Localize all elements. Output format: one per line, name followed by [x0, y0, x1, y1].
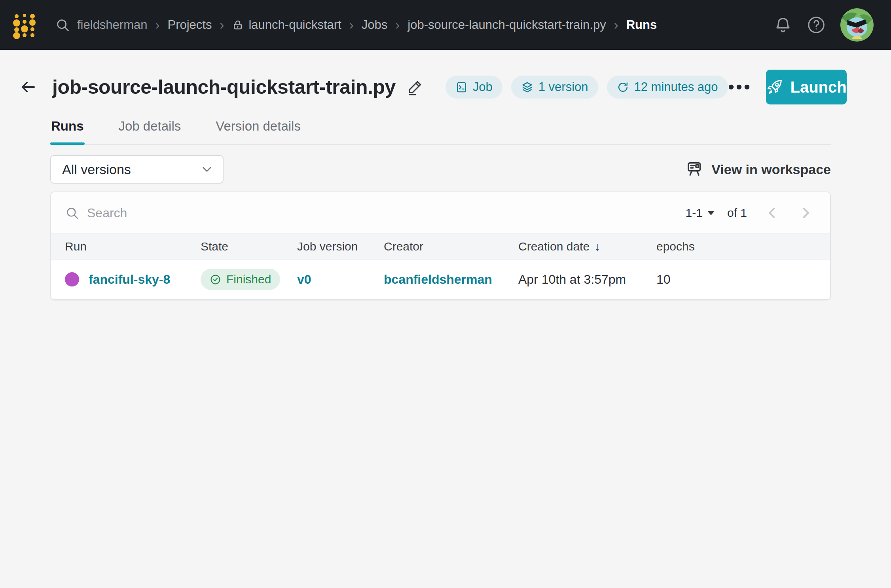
- status-badge: Finished: [201, 269, 280, 290]
- run-color-dot: [65, 272, 79, 286]
- help-icon[interactable]: [807, 16, 825, 34]
- run-cell: fanciful-sky-8: [65, 272, 201, 287]
- view-in-workspace-button[interactable]: View in workspace: [686, 160, 831, 178]
- lock-icon: [232, 19, 244, 31]
- creation-date-label: Creation date: [518, 240, 590, 253]
- launch-button-label: Launch: [791, 78, 847, 96]
- epochs-value: 10: [656, 272, 830, 287]
- filter-row: All versions View in workspace: [50, 155, 831, 184]
- creation-date-value: Apr 10th at 3:57pm: [518, 272, 656, 287]
- table-row: fanciful-sky-8 Finished v0 bcanfieldsher…: [51, 260, 830, 299]
- state-cell: Finished: [201, 269, 297, 290]
- tab-bar: Runs Job details Version details: [50, 119, 831, 145]
- notifications-bell-icon[interactable]: [774, 16, 792, 34]
- layers-icon: [521, 81, 533, 93]
- breadcrumb-separator: ›: [349, 17, 354, 32]
- updated-time-badge-label: 12 minutes ago: [634, 80, 718, 94]
- breadcrumb-separator: ›: [155, 17, 159, 32]
- tab-job-details[interactable]: Job details: [118, 119, 182, 144]
- pagination: 1-1 of 1: [686, 205, 813, 221]
- page-title: job-source-launch-quickstart-train.py: [52, 76, 396, 99]
- breadcrumb-project[interactable]: launch-quickstart: [232, 18, 341, 32]
- column-header-state[interactable]: State: [201, 240, 297, 253]
- run-link[interactable]: fanciful-sky-8: [89, 272, 170, 287]
- caret-down-icon: [707, 211, 715, 215]
- breadcrumb-user[interactable]: fieldsherman: [77, 18, 147, 32]
- refresh-icon: [617, 81, 629, 93]
- check-circle-icon: [210, 274, 221, 285]
- job-type-badge-label: Job: [473, 80, 493, 94]
- badges: Job 1 version 12 minutes ago: [446, 76, 728, 99]
- pagination-range-label: 1-1: [686, 206, 703, 220]
- chevron-down-icon: [200, 162, 214, 176]
- breadcrumb-projects[interactable]: Projects: [167, 18, 212, 32]
- version-filter-select[interactable]: All versions: [50, 155, 224, 184]
- column-header-creation-date[interactable]: Creation date ↓: [518, 240, 656, 253]
- creator-link[interactable]: bcanfieldsherman: [384, 272, 518, 287]
- search-input[interactable]: [87, 206, 686, 220]
- column-header-creator[interactable]: Creator: [384, 240, 518, 253]
- tab-version-details[interactable]: Version details: [215, 119, 301, 144]
- job-type-badge: Job: [446, 76, 502, 99]
- updated-time-badge: 12 minutes ago: [607, 76, 728, 99]
- breadcrumb-separator: ›: [395, 17, 400, 32]
- column-header-epochs[interactable]: epochs: [656, 240, 830, 253]
- column-header-job-version[interactable]: Job version: [297, 240, 384, 253]
- version-count-badge: 1 version: [511, 76, 598, 99]
- runs-table-card: 1-1 of 1 Run State Job version Creator C…: [50, 192, 831, 300]
- edit-pencil-icon[interactable]: [407, 79, 423, 95]
- job-terminal-icon: [455, 81, 468, 93]
- pagination-range-dropdown[interactable]: 1-1: [686, 206, 715, 220]
- pagination-total: of 1: [727, 206, 747, 220]
- version-count-badge-label: 1 version: [538, 80, 588, 94]
- job-version-link[interactable]: v0: [297, 272, 384, 287]
- launch-button[interactable]: Launch: [766, 70, 847, 104]
- breadcrumb-current: Runs: [626, 18, 657, 32]
- avatar[interactable]: [840, 8, 874, 42]
- back-arrow-icon[interactable]: [19, 78, 37, 96]
- main-content: Runs Job details Version details All ver…: [0, 119, 891, 300]
- version-filter-value: All versions: [62, 162, 131, 177]
- search-icon[interactable]: [55, 18, 70, 32]
- search-icon: [65, 206, 79, 220]
- status-badge-label: Finished: [226, 273, 271, 286]
- column-header-run[interactable]: Run: [65, 240, 201, 253]
- sort-desc-icon: ↓: [594, 240, 600, 253]
- breadcrumb-jobs[interactable]: Jobs: [362, 18, 387, 32]
- table-header: Run State Job version Creator Creation d…: [51, 233, 830, 260]
- workspace-board-icon: [686, 160, 704, 178]
- breadcrumb: fieldsherman › Projects › launch-quickst…: [55, 17, 657, 32]
- pagination-prev-icon[interactable]: [764, 205, 780, 221]
- breadcrumb-separator: ›: [220, 17, 224, 32]
- rocket-icon: [766, 78, 783, 96]
- wandb-logo[interactable]: [12, 11, 37, 39]
- table-search-row: 1-1 of 1: [51, 192, 830, 233]
- pagination-next-icon[interactable]: [798, 205, 813, 221]
- view-in-workspace-label: View in workspace: [711, 162, 831, 177]
- breadcrumb-separator: ›: [614, 17, 618, 32]
- breadcrumb-project-label: launch-quickstart: [248, 18, 341, 32]
- breadcrumb-job[interactable]: job-source-launch-quickstart-train.py: [408, 18, 606, 32]
- nav-actions: [774, 8, 874, 42]
- overflow-menu-icon[interactable]: [728, 83, 750, 91]
- top-nav: fieldsherman › Projects › launch-quickst…: [0, 0, 891, 50]
- tab-runs[interactable]: Runs: [50, 119, 85, 144]
- page-header: job-source-launch-quickstart-train.py Jo…: [0, 69, 891, 105]
